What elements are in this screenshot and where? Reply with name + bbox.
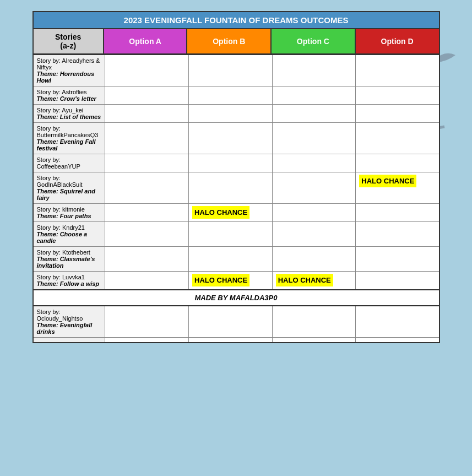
story-cell-3: Story by: ButtermilkPancakesQ3Theme: Eve… — [33, 123, 105, 154]
data-table: Story by: Alreadyhers & NiftyxTheme: Hor… — [32, 54, 440, 343]
option-d-cell-9 — [356, 272, 440, 290]
option-a-cell-0 — [105, 55, 189, 86]
option-b-cell-7 — [189, 222, 273, 247]
divider-row: MADE BY MAFALDA3P0 — [33, 290, 440, 306]
option-c-cell-2 — [272, 105, 356, 123]
table-row: Story by: GodInABlackSuitTheme: Squirrel… — [33, 172, 440, 204]
outcomes-table: 2023 EVENINGFALL FOUNTAIN OF DREAMS OUTC… — [32, 11, 440, 55]
option-c-cell-7 — [272, 222, 356, 247]
story-cell-extra — [33, 338, 105, 343]
option-b-cell-3 — [189, 123, 273, 154]
option-c-cell-6 — [272, 204, 356, 222]
option-d-cell-2 — [356, 105, 440, 123]
option-b-cell-8 — [189, 247, 273, 272]
theme-label: Theme: Eveningfall drinks — [37, 322, 93, 335]
theme-label: Theme: Squirrel and fairy — [37, 188, 95, 201]
table-title: 2023 EVENINGFALL FOUNTAIN OF DREAMS OUTC… — [33, 12, 440, 29]
author-label: Story by: Alreadyhers & Niftyx — [37, 57, 100, 71]
table-row: Story by: Kndry21Theme: Choose a candle — [33, 222, 440, 247]
story-cell-1: Story by: AstrofliesTheme: Crow's letter — [33, 86, 105, 105]
table-row — [33, 338, 440, 343]
story-cell-7: Story by: Kndry21Theme: Choose a candle — [33, 222, 105, 247]
option-a-cell-5 — [105, 172, 189, 204]
option-b-cell-0 — [189, 306, 273, 338]
story-cell-9: Story by: Luvvka1Theme: Follow a wisp — [33, 272, 105, 290]
option-d-cell-8 — [356, 247, 440, 272]
story-cell-8: Story by: KtothebertTheme: Classmate's i… — [33, 247, 105, 272]
option-d-header: Option D — [355, 29, 440, 54]
option-c-cell-3 — [272, 123, 356, 154]
author-label: Story by: ButtermilkPancakesQ3 — [37, 125, 99, 138]
story-cell-0: Story by: Alreadyhers & NiftyxTheme: Hor… — [33, 55, 105, 86]
header-row: Stories(a-z) Option A Option B Option C … — [33, 29, 440, 54]
table-row: Story by: kitmonieTheme: Four pathsHALO … — [33, 204, 440, 222]
author-label: Story by: CoffeebeanYUP — [37, 156, 80, 170]
halo-chance-badge: HALO CHANCE — [192, 274, 249, 286]
option-a-cell-1 — [105, 86, 189, 105]
option-d-cell-3 — [356, 123, 440, 154]
option-d-cell-5: HALO CHANCE — [356, 172, 440, 204]
option-a-cell-0 — [105, 306, 189, 338]
theme-label: Theme: Evening Fall festival — [37, 138, 96, 152]
author-label: Story by: Kndry21 — [37, 224, 85, 231]
option-d-cell-6 — [356, 204, 440, 222]
author-label: Story by: GodInABlackSuit — [37, 175, 83, 188]
option-b-cell-5 — [189, 172, 273, 204]
option-d-cell-0 — [356, 55, 440, 86]
option-a-cell-4 — [105, 154, 189, 172]
option-b-header: Option B — [187, 29, 271, 54]
option-c-cell-0 — [272, 306, 356, 338]
option-b-cell-9: HALO CHANCE — [189, 272, 273, 290]
option-c-cell-5 — [272, 172, 356, 204]
main-container: 2023 EVENINGFALL FOUNTAIN OF DREAMS OUTC… — [32, 11, 440, 465]
table-row: Story by: KtothebertTheme: Classmate's i… — [33, 247, 440, 272]
theme-label: Theme: Crow's letter — [37, 95, 96, 102]
table-row: Story by: Alreadyhers & NiftyxTheme: Hor… — [33, 55, 440, 86]
option-d-cell-0 — [356, 306, 440, 338]
option-b-cell-extra — [189, 338, 273, 343]
halo-chance-badge: HALO CHANCE — [276, 274, 333, 286]
option-d-cell-extra — [356, 338, 440, 343]
option-b-cell-2 — [189, 105, 273, 123]
table-row: Story by: Ayu_keiTheme: List of themes — [33, 105, 440, 123]
option-a-cell-8 — [105, 247, 189, 272]
option-a-header: Option A — [104, 29, 187, 54]
author-label: Story by: Luvvka1 — [37, 274, 85, 280]
option-a-cell-9 — [105, 272, 189, 290]
option-b-cell-4 — [189, 154, 273, 172]
theme-label: Theme: Follow a wisp — [37, 280, 100, 287]
option-c-cell-0 — [272, 55, 356, 86]
option-b-cell-6: HALO CHANCE — [189, 204, 273, 222]
option-d-cell-4 — [356, 154, 440, 172]
halo-chance-badge: HALO CHANCE — [192, 206, 249, 219]
option-d-cell-7 — [356, 222, 440, 247]
story-cell-6: Story by: kitmonieTheme: Four paths — [33, 204, 105, 222]
divider-text: MADE BY MAFALDA3P0 — [33, 290, 440, 306]
table-row: Story by: CoffeebeanYUP — [33, 154, 440, 172]
option-a-cell-7 — [105, 222, 189, 247]
stories-header: Stories(a-z) — [33, 29, 104, 54]
option-c-cell-extra — [272, 338, 356, 343]
theme-label: Theme: List of themes — [37, 113, 101, 120]
halo-chance-badge: HALO CHANCE — [359, 175, 416, 187]
option-a-cell-3 — [105, 123, 189, 154]
option-a-cell-6 — [105, 204, 189, 222]
option-c-cell-1 — [272, 86, 356, 105]
table-row: Story by: ButtermilkPancakesQ3Theme: Eve… — [33, 123, 440, 154]
theme-label: Theme: Horrendous Howl — [37, 71, 95, 84]
table-row: Story by: Luvvka1Theme: Follow a wispHAL… — [33, 272, 440, 290]
table-row: Story by: Ocloudy_NightsoTheme: Eveningf… — [33, 306, 440, 338]
story-cell-4: Story by: CoffeebeanYUP — [33, 154, 105, 172]
option-c-header: Option C — [271, 29, 355, 54]
author-label: Story by: Ocloudy_Nightso — [37, 309, 83, 322]
option-c-cell-4 — [272, 154, 356, 172]
option-b-cell-0 — [189, 55, 273, 86]
author-label: Story by: Ktothebert — [37, 249, 90, 256]
option-a-cell-extra — [105, 338, 189, 343]
option-c-cell-9: HALO CHANCE — [272, 272, 356, 290]
title-row: 2023 EVENINGFALL FOUNTAIN OF DREAMS OUTC… — [33, 12, 440, 29]
option-c-cell-8 — [272, 247, 356, 272]
theme-label: Theme: Classmate's invitation — [37, 256, 95, 269]
story-cell-0: Story by: Ocloudy_NightsoTheme: Eveningf… — [33, 306, 105, 338]
option-d-cell-1 — [356, 86, 440, 105]
